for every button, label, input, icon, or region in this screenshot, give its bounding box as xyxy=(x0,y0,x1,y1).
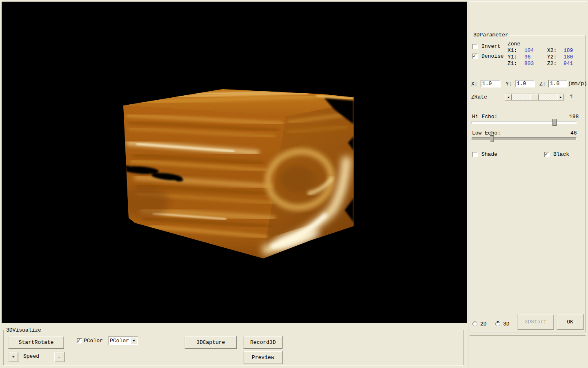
application-window: 3DParameter Invert ✓ Denoise Zone X1: 10… xyxy=(0,0,588,368)
panel-top-divider xyxy=(469,1,587,2)
speed-minus-button[interactable]: - xyxy=(54,352,65,362)
low-echo-slider-track[interactable] xyxy=(472,137,577,140)
mode-2d-label: 2D xyxy=(480,321,487,327)
zone-y2-value: 180 xyxy=(564,54,573,60)
low-echo-value: 46 xyxy=(570,130,577,136)
denoise-checkbox[interactable]: ✓ xyxy=(472,54,478,59)
black-label: Black xyxy=(553,152,569,157)
zrate-label: ZRate xyxy=(471,94,487,100)
ok-button[interactable]: OK xyxy=(557,314,584,330)
hi-echo-slider-track[interactable] xyxy=(472,121,577,124)
pcolor-label: PColor xyxy=(84,338,103,344)
mode-3d-radio[interactable]: ● xyxy=(495,321,500,326)
denoise-checkmark: ✓ xyxy=(473,53,476,59)
groupbox-3dparameter-title: 3DParameter xyxy=(472,32,510,38)
shade-checkbox[interactable] xyxy=(472,152,478,157)
zone-z1-value: 803 xyxy=(524,61,534,67)
scale-z-input[interactable] xyxy=(548,80,568,88)
speed-plus-button[interactable]: + xyxy=(8,352,18,362)
zone-x1-label: X1: xyxy=(508,48,517,54)
zone-y1-value: 96 xyxy=(524,54,531,60)
hi-echo-value: 198 xyxy=(569,114,579,120)
start-rotate-button[interactable]: StartRotate xyxy=(8,336,64,349)
low-echo-label: Low Echo: xyxy=(472,130,501,136)
mode-3d-label: 3D xyxy=(503,321,510,327)
low-echo-slider-thumb[interactable] xyxy=(490,135,494,142)
denoise-label: Denoise xyxy=(481,54,504,59)
chevron-down-icon[interactable]: ▼ xyxy=(131,337,137,344)
capture3d-button[interactable]: 3DCapture xyxy=(185,336,237,349)
shade-label: Shade xyxy=(481,152,497,157)
zone-z2-label: Z2: xyxy=(547,61,557,67)
zone-x2-value: 189 xyxy=(564,48,573,54)
pcolor-dropdown[interactable]: PColor ▼ xyxy=(108,337,138,345)
scale-z-label: Z: xyxy=(539,81,546,87)
ultrasound-volume-render xyxy=(112,75,365,263)
panel-bottom-divider xyxy=(470,335,586,336)
pcolor-checkbox[interactable]: ✓ xyxy=(77,338,82,343)
zone-y1-label: Y1: xyxy=(508,54,517,60)
groupbox-3dvisualize-title: 3DVisualize xyxy=(5,328,42,333)
render-viewport[interactable] xyxy=(2,2,467,323)
hi-echo-label: Hi Echo: xyxy=(472,114,497,120)
scale-x-label: X: xyxy=(471,81,478,87)
black-checkbox[interactable]: ✓ xyxy=(544,152,550,157)
zone-y2-label: Y2: xyxy=(547,54,557,60)
zone-title: Zone xyxy=(508,41,520,47)
zrate-left-arrow-icon[interactable]: ◄ xyxy=(505,94,512,100)
start3d-button[interactable]: 3DStart xyxy=(517,314,554,330)
zrate-right-arrow-icon[interactable]: ► xyxy=(557,94,564,100)
record3d-button[interactable]: Record3D xyxy=(243,336,283,349)
speed-label: Speed xyxy=(23,354,39,359)
zone-x2-label: X2: xyxy=(547,48,557,54)
zone-z2-value: 941 xyxy=(564,61,573,67)
zrate-scrollbar-thumb[interactable] xyxy=(530,94,539,100)
scale-unit-label: (mm/p) xyxy=(568,81,587,87)
scale-x-input[interactable] xyxy=(481,80,501,88)
mode-2d-radio[interactable] xyxy=(472,321,477,326)
zrate-scrollbar[interactable]: ◄ ► xyxy=(505,94,564,101)
zone-z1-label: Z1: xyxy=(508,61,517,67)
preview-button[interactable]: Preview xyxy=(243,351,283,364)
zrate-value: 1 xyxy=(570,94,573,100)
zone-x1-value: 104 xyxy=(524,48,534,54)
black-checkmark: ✓ xyxy=(545,151,548,157)
scale-y-label: Y: xyxy=(506,81,512,87)
mode-3d-radio-dot: ● xyxy=(497,320,499,324)
pcolor-dropdown-value: PColor xyxy=(110,337,129,344)
scale-y-input[interactable] xyxy=(515,80,535,88)
invert-checkbox[interactable] xyxy=(472,44,478,49)
pcolor-checkmark: ✓ xyxy=(77,337,80,344)
hi-echo-slider-thumb[interactable] xyxy=(552,119,557,126)
invert-label: Invert xyxy=(481,44,501,49)
